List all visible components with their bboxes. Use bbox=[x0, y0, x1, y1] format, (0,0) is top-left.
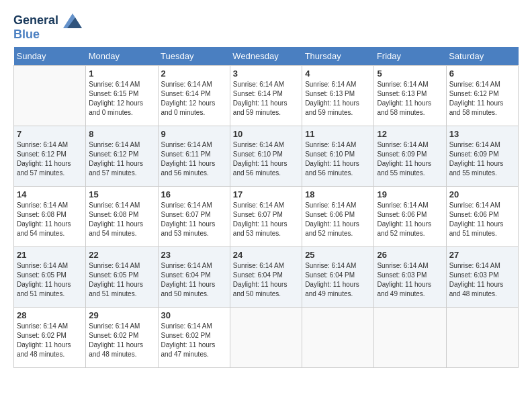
day-cell: 1Sunrise: 6:14 AMSunset: 6:15 PMDaylight… bbox=[86, 66, 158, 126]
day-number: 30 bbox=[161, 310, 227, 320]
day-info: Sunrise: 6:14 AMSunset: 6:06 PMDaylight:… bbox=[377, 201, 443, 238]
day-info: Sunrise: 6:14 AMSunset: 6:07 PMDaylight:… bbox=[233, 201, 299, 238]
day-number: 20 bbox=[449, 189, 515, 199]
header-thursday: Thursday bbox=[302, 47, 374, 66]
day-info: Sunrise: 6:14 AMSunset: 6:03 PMDaylight:… bbox=[449, 261, 515, 299]
week-row-2: 14Sunrise: 6:14 AMSunset: 6:08 PMDayligh… bbox=[14, 187, 519, 247]
day-number: 28 bbox=[17, 310, 83, 320]
day-cell: 17Sunrise: 6:14 AMSunset: 6:07 PMDayligh… bbox=[230, 187, 302, 247]
logo-icon bbox=[63, 13, 82, 28]
day-number: 8 bbox=[89, 129, 154, 139]
day-cell: 6Sunrise: 6:14 AMSunset: 6:12 PMDaylight… bbox=[446, 66, 518, 126]
day-cell: 29Sunrise: 6:14 AMSunset: 6:02 PMDayligh… bbox=[86, 308, 158, 368]
day-number: 27 bbox=[449, 250, 515, 260]
day-cell: 19Sunrise: 6:14 AMSunset: 6:06 PMDayligh… bbox=[374, 187, 446, 247]
week-row-3: 21Sunrise: 6:14 AMSunset: 6:05 PMDayligh… bbox=[14, 247, 519, 308]
day-info: Sunrise: 6:14 AMSunset: 6:05 PMDaylight:… bbox=[17, 261, 83, 299]
day-number: 18 bbox=[305, 189, 371, 199]
day-number: 22 bbox=[89, 250, 154, 260]
day-cell: 26Sunrise: 6:14 AMSunset: 6:03 PMDayligh… bbox=[374, 247, 446, 308]
day-number: 11 bbox=[305, 129, 371, 139]
day-info: Sunrise: 6:14 AMSunset: 6:06 PMDaylight:… bbox=[305, 201, 371, 238]
day-info: Sunrise: 6:14 AMSunset: 6:06 PMDaylight:… bbox=[449, 201, 515, 238]
day-cell: 21Sunrise: 6:14 AMSunset: 6:05 PMDayligh… bbox=[14, 247, 86, 308]
day-cell: 30Sunrise: 6:14 AMSunset: 6:02 PMDayligh… bbox=[158, 308, 230, 368]
header-wednesday: Wednesday bbox=[230, 47, 302, 66]
day-info: Sunrise: 6:14 AMSunset: 6:02 PMDaylight:… bbox=[17, 322, 83, 359]
day-info: Sunrise: 6:14 AMSunset: 6:08 PMDaylight:… bbox=[17, 201, 83, 238]
day-info: Sunrise: 6:14 AMSunset: 6:05 PMDaylight:… bbox=[89, 261, 154, 299]
week-row-4: 28Sunrise: 6:14 AMSunset: 6:02 PMDayligh… bbox=[14, 308, 519, 368]
day-number: 12 bbox=[377, 129, 443, 139]
day-number: 4 bbox=[305, 68, 371, 79]
day-cell: 2Sunrise: 6:14 AMSunset: 6:14 PMDaylight… bbox=[158, 66, 230, 126]
day-info: Sunrise: 6:14 AMSunset: 6:04 PMDaylight:… bbox=[305, 261, 371, 299]
day-cell: 16Sunrise: 6:14 AMSunset: 6:07 PMDayligh… bbox=[158, 187, 230, 247]
day-number: 1 bbox=[89, 68, 154, 79]
day-info: Sunrise: 6:14 AMSunset: 6:02 PMDaylight:… bbox=[89, 322, 154, 359]
day-info: Sunrise: 6:14 AMSunset: 6:15 PMDaylight:… bbox=[89, 80, 154, 118]
day-number: 29 bbox=[89, 310, 154, 320]
day-number: 6 bbox=[449, 68, 515, 79]
day-cell bbox=[302, 308, 374, 368]
day-info: Sunrise: 6:14 AMSunset: 6:12 PMDaylight:… bbox=[17, 140, 83, 178]
day-number: 25 bbox=[305, 250, 371, 260]
day-info: Sunrise: 6:14 AMSunset: 6:10 PMDaylight:… bbox=[305, 140, 371, 178]
logo-blue: Blue bbox=[13, 28, 82, 40]
day-cell: 24Sunrise: 6:14 AMSunset: 6:04 PMDayligh… bbox=[230, 247, 302, 308]
day-info: Sunrise: 6:14 AMSunset: 6:14 PMDaylight:… bbox=[161, 80, 227, 118]
day-number: 3 bbox=[233, 68, 299, 79]
header-tuesday: Tuesday bbox=[158, 47, 230, 66]
week-row-1: 7Sunrise: 6:14 AMSunset: 6:12 PMDaylight… bbox=[14, 126, 519, 187]
day-number: 14 bbox=[17, 189, 83, 199]
day-info: Sunrise: 6:14 AMSunset: 6:02 PMDaylight:… bbox=[161, 322, 227, 359]
page-header: General Blue bbox=[13, 13, 519, 40]
day-cell bbox=[446, 308, 518, 368]
day-number: 5 bbox=[377, 68, 443, 79]
header-sunday: Sunday bbox=[14, 47, 86, 66]
day-info: Sunrise: 6:14 AMSunset: 6:08 PMDaylight:… bbox=[89, 201, 154, 238]
logo-text: General bbox=[13, 13, 82, 28]
day-cell: 3Sunrise: 6:14 AMSunset: 6:14 PMDaylight… bbox=[230, 66, 302, 126]
day-info: Sunrise: 6:14 AMSunset: 6:09 PMDaylight:… bbox=[377, 140, 443, 178]
day-cell: 9Sunrise: 6:14 AMSunset: 6:11 PMDaylight… bbox=[158, 126, 230, 187]
day-cell: 10Sunrise: 6:14 AMSunset: 6:10 PMDayligh… bbox=[230, 126, 302, 187]
day-cell: 7Sunrise: 6:14 AMSunset: 6:12 PMDaylight… bbox=[14, 126, 86, 187]
day-number: 7 bbox=[17, 129, 83, 139]
day-number: 21 bbox=[17, 250, 83, 260]
day-info: Sunrise: 6:14 AMSunset: 6:09 PMDaylight:… bbox=[449, 140, 515, 178]
day-cell: 11Sunrise: 6:14 AMSunset: 6:10 PMDayligh… bbox=[302, 126, 374, 187]
week-row-0: 1Sunrise: 6:14 AMSunset: 6:15 PMDaylight… bbox=[14, 66, 519, 126]
day-cell: 13Sunrise: 6:14 AMSunset: 6:09 PMDayligh… bbox=[446, 126, 518, 187]
day-cell: 23Sunrise: 6:14 AMSunset: 6:04 PMDayligh… bbox=[158, 247, 230, 308]
day-number: 19 bbox=[377, 189, 443, 199]
day-number: 26 bbox=[377, 250, 443, 260]
logo: General Blue bbox=[13, 13, 82, 40]
day-cell bbox=[14, 66, 86, 126]
header-saturday: Saturday bbox=[446, 47, 518, 66]
day-info: Sunrise: 6:14 AMSunset: 6:10 PMDaylight:… bbox=[233, 140, 299, 178]
day-cell: 5Sunrise: 6:14 AMSunset: 6:13 PMDaylight… bbox=[374, 66, 446, 126]
day-cell: 28Sunrise: 6:14 AMSunset: 6:02 PMDayligh… bbox=[14, 308, 86, 368]
day-info: Sunrise: 6:14 AMSunset: 6:13 PMDaylight:… bbox=[377, 80, 443, 118]
day-cell: 18Sunrise: 6:14 AMSunset: 6:06 PMDayligh… bbox=[302, 187, 374, 247]
day-cell: 4Sunrise: 6:14 AMSunset: 6:13 PMDaylight… bbox=[302, 66, 374, 126]
day-info: Sunrise: 6:14 AMSunset: 6:11 PMDaylight:… bbox=[161, 140, 227, 178]
day-cell: 27Sunrise: 6:14 AMSunset: 6:03 PMDayligh… bbox=[446, 247, 518, 308]
day-info: Sunrise: 6:14 AMSunset: 6:03 PMDaylight:… bbox=[377, 261, 443, 299]
calendar-header-row: SundayMondayTuesdayWednesdayThursdayFrid… bbox=[14, 47, 519, 66]
day-number: 10 bbox=[233, 129, 299, 139]
day-number: 17 bbox=[233, 189, 299, 199]
day-info: Sunrise: 6:14 AMSunset: 6:04 PMDaylight:… bbox=[233, 261, 299, 299]
day-info: Sunrise: 6:14 AMSunset: 6:12 PMDaylight:… bbox=[89, 140, 154, 178]
day-cell bbox=[374, 308, 446, 368]
day-cell: 22Sunrise: 6:14 AMSunset: 6:05 PMDayligh… bbox=[86, 247, 158, 308]
day-cell bbox=[230, 308, 302, 368]
day-info: Sunrise: 6:14 AMSunset: 6:04 PMDaylight:… bbox=[161, 261, 227, 299]
day-number: 15 bbox=[89, 189, 154, 199]
day-cell: 15Sunrise: 6:14 AMSunset: 6:08 PMDayligh… bbox=[86, 187, 158, 247]
day-info: Sunrise: 6:14 AMSunset: 6:07 PMDaylight:… bbox=[161, 201, 227, 238]
day-number: 16 bbox=[161, 189, 227, 199]
day-cell: 8Sunrise: 6:14 AMSunset: 6:12 PMDaylight… bbox=[86, 126, 158, 187]
day-number: 9 bbox=[161, 129, 227, 139]
